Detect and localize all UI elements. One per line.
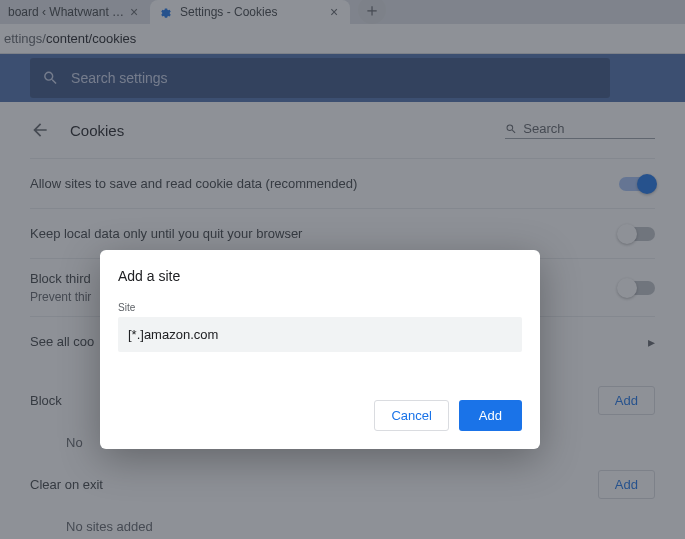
dialog-field-label: Site bbox=[118, 302, 522, 313]
add-button[interactable]: Add bbox=[459, 400, 522, 431]
dialog-title: Add a site bbox=[118, 268, 522, 284]
cancel-button[interactable]: Cancel bbox=[374, 400, 448, 431]
add-site-dialog: Add a site Site Cancel Add bbox=[100, 250, 540, 449]
site-input[interactable] bbox=[118, 317, 522, 352]
dialog-actions: Cancel Add bbox=[118, 400, 522, 431]
